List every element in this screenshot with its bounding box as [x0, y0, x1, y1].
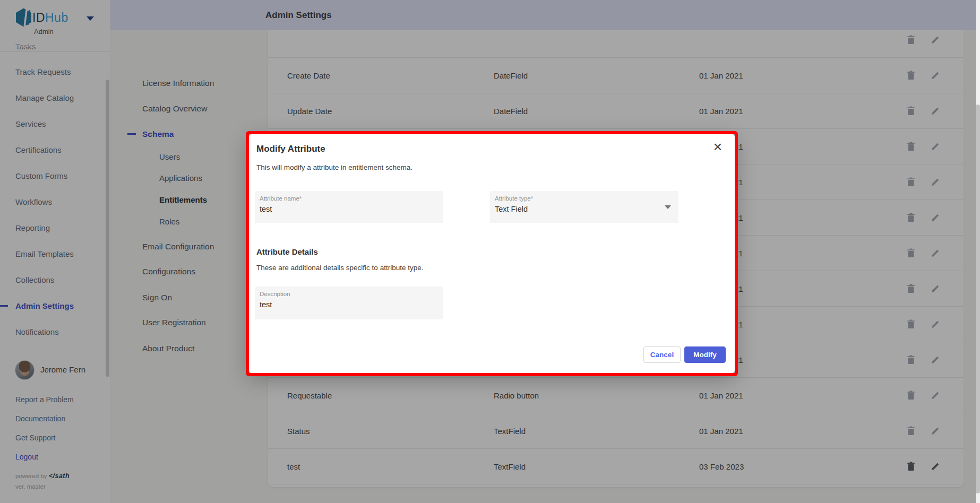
description-field[interactable]: Description test	[255, 287, 443, 319]
page-scrollbar-thumb[interactable]	[976, 105, 980, 493]
chevron-down-icon	[665, 205, 671, 209]
page-scrollbar[interactable]	[976, 0, 980, 503]
modify-button[interactable]: Modify	[684, 346, 726, 363]
cancel-button[interactable]: Cancel	[643, 346, 681, 363]
dialog-title: Modify Attribute	[256, 144, 325, 154]
attribute-details-heading: Attribute Details	[256, 247, 318, 256]
modify-attribute-dialog: × Modify Attribute This will modify a at…	[249, 134, 735, 373]
attribute-name-field[interactable]: Attribute name* test	[255, 191, 443, 223]
app-window: IDHub Admin Tasks Track Requests Manage …	[0, 0, 980, 503]
attribute-name-label: Attribute name*	[260, 195, 302, 202]
attribute-name-value: test	[260, 205, 272, 213]
description-label: Description	[260, 291, 290, 297]
attribute-type-value: Text Field	[495, 205, 528, 213]
attribute-type-label: Attribute type*	[495, 195, 533, 202]
description-value: test	[260, 300, 272, 309]
attribute-type-select[interactable]: Attribute type* Text Field	[490, 191, 678, 223]
dialog-subtitle: This will modify a attribute in entitlem…	[256, 163, 412, 171]
attribute-details-subtitle: These are additional details specific to…	[256, 264, 423, 272]
close-icon[interactable]: ×	[713, 140, 722, 154]
